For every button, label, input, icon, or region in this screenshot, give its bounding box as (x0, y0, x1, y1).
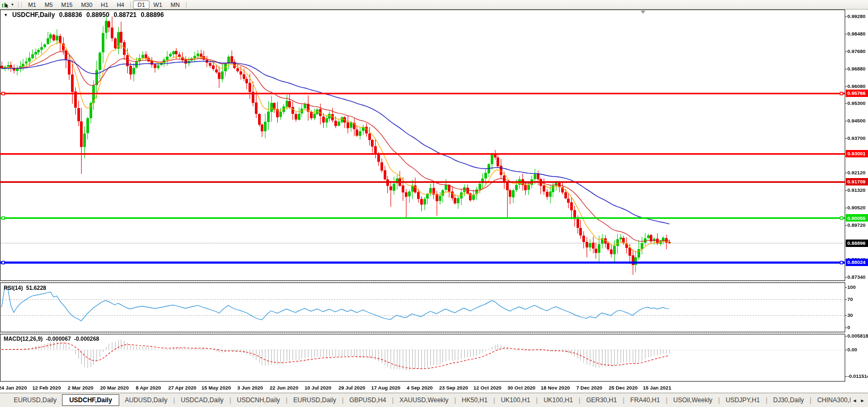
level-price-badge: 0.91709 (846, 178, 868, 185)
rsi-tick: 70 (847, 296, 853, 302)
macd-tick: 0.00 (847, 347, 857, 352)
chart-tab-usdchf-daily[interactable]: USDCHF,Daily (62, 394, 120, 406)
date-tick-label: 30 Oct 2020 (508, 385, 536, 391)
macd-tick: -0.011514 (847, 373, 868, 379)
price-tick: 0.97680 (847, 48, 865, 54)
date-tick-label: 24 Jan 2020 (0, 385, 27, 391)
level-price-badge: 0.95766 (846, 90, 868, 97)
chart-tab-eurusd-daily[interactable]: EURUSD,Daily (8, 395, 62, 405)
price-tick: 0.87340 (847, 274, 865, 280)
date-tick-label: 12 Feb 2020 (32, 385, 61, 391)
macd-value-signal: -0.000268 (74, 335, 99, 342)
chart-tab-hk50-h1[interactable]: HK50,H1 (456, 395, 493, 405)
rsi-name: RSI(14) (4, 285, 23, 291)
timeframe-button-m15[interactable]: M15 (57, 1, 77, 9)
chart-tab-ger30-h1[interactable]: GER30,H1 (581, 395, 622, 405)
chart-tabbar: EURUSD,DailyUSDCHF,DailyAUDUSD,Daily|USD… (0, 393, 868, 407)
chart-tab-uk100-h1[interactable]: UK100,H1 (538, 395, 578, 405)
chart-tab-usoil-weekly[interactable]: USOil,Weekly (668, 395, 718, 405)
toolbar-grip[interactable] (18, 2, 22, 7)
rsi-value: 51.6228 (26, 285, 46, 291)
chart-region: ▼ USDCHF,Daily 0.88836 0.88950 0.88721 0… (0, 9, 868, 393)
price-tick: 0.95300 (847, 100, 865, 106)
low-value: 0.88721 (113, 11, 136, 19)
tab-scroll-buttons: ◄ ► (851, 393, 866, 407)
high-value: 0.88950 (86, 11, 109, 19)
date-tick-label: 12 Oct 2020 (474, 385, 502, 391)
timeframe-button-d1[interactable]: D1 (133, 1, 149, 9)
chart-tab-uk100-h1[interactable]: UK100,H1 (495, 395, 535, 405)
date-tick-label: 10 Jul 2020 (305, 385, 332, 391)
rsi-tick: 100 (847, 284, 856, 290)
level-price-badge: 0.93001 (846, 150, 868, 157)
date-tick-label: 8 Apr 2020 (136, 385, 161, 391)
timeframe-button-w1[interactable]: W1 (149, 1, 167, 9)
price-tick: 0.99280 (847, 13, 865, 19)
date-tick-label: 15 Jan 2021 (643, 385, 671, 391)
chart-title: ▼ USDCHF,Daily 0.88836 0.88950 0.88721 0… (4, 11, 164, 19)
price-tick: 0.98480 (847, 31, 865, 37)
toolbar-separator (186, 2, 187, 8)
tab-scroll-right-icon[interactable]: ► (860, 398, 865, 403)
date-tick-label: 4 Sep 2020 (406, 385, 432, 391)
level-price-badge: 0.88024 (846, 259, 868, 266)
chart-tab-fra40-h1[interactable]: FRA40,H1 (625, 395, 665, 405)
date-tick-label: 18 Nov 2020 (541, 385, 570, 391)
price-tick: 0.93700 (847, 135, 865, 141)
rsi-indicator-label: RSI(14) 51.6228 (4, 285, 46, 291)
price-tick: 0.96880 (847, 66, 865, 72)
price-tick: 0.96080 (847, 83, 865, 89)
macd-tick: 0.005818 (847, 333, 868, 339)
macd-name: MACD(12,26,9) (4, 335, 43, 342)
date-tick-label: 20 Mar 2020 (100, 385, 129, 391)
price-tick: 0.89720 (847, 222, 865, 228)
symbol-dropdown-icon[interactable]: ▼ (4, 13, 8, 17)
macd-value-main: -0.000067 (46, 335, 71, 342)
top-toolbar: ▼ M1M5M15M30H1H4D1W1MN (0, 0, 868, 10)
price-tick: 0.90520 (847, 205, 865, 210)
timeframe-buttons: M1M5M15M30H1H4D1W1MN (24, 1, 189, 9)
macd-indicator-label: MACD(12,26,9) -0.000067 -0.000268 (4, 335, 99, 342)
date-tick-label: 29 Jul 2020 (339, 385, 366, 391)
date-tick-label: 27 Apr 2020 (169, 385, 197, 391)
symbol-period-label: USDCHF,Daily (12, 11, 55, 19)
toolbar-separator (130, 2, 131, 8)
date-tick-label: 3 Jun 2020 (237, 385, 263, 391)
timeframe-button-h4[interactable]: H4 (112, 1, 128, 9)
date-tick-label: 17 Aug 2020 (371, 385, 400, 391)
price-tick: 0.94500 (847, 118, 865, 123)
chart-tab-usdcnh-daily[interactable]: USDCNH,Daily (232, 395, 285, 405)
chevron-down-icon: ▼ (11, 3, 14, 6)
price-tick: 0.92120 (847, 170, 865, 175)
open-value: 0.88836 (59, 11, 82, 19)
chart-tab-xauusd-weekly[interactable]: XAUUSD,Weekly (394, 395, 454, 405)
chart-tab-usdcad-daily[interactable]: USDCAD,Daily (175, 395, 229, 405)
chart-cursor-icon (2, 2, 10, 8)
chart-tab-dj30-daily[interactable]: DJ30,Daily (768, 395, 809, 405)
date-tick-label: 25 Dec 2020 (609, 385, 637, 391)
price-tick: 0.91320 (847, 187, 865, 193)
price-chart-canvas[interactable] (0, 9, 868, 393)
rsi-tick: 0 (847, 324, 850, 330)
chart-tab-gbpusd-h4[interactable]: GBPUSD,H4 (344, 395, 391, 405)
tab-scroll-left-icon[interactable]: ◄ (852, 398, 857, 403)
timeframe-button-h1[interactable]: H1 (96, 1, 112, 9)
chart-tab-audusd-daily[interactable]: AUDUSD,Daily (119, 395, 173, 405)
date-tick-label: 2 Mar 2020 (68, 385, 94, 391)
current-price-badge: 0.88896 (846, 240, 868, 247)
crosshair-tool-button[interactable]: ▼ (0, 1, 16, 8)
level-price-badge: 0.90055 (846, 214, 868, 222)
timeframe-button-m30[interactable]: M30 (77, 1, 96, 9)
chart-tab-eurusd-daily[interactable]: EURUSD,Daily (288, 395, 341, 405)
date-tick-label: 23 Sep 2020 (439, 385, 468, 391)
timeframe-button-m1[interactable]: M1 (24, 1, 40, 9)
date-tick-label: 22 Jun 2020 (270, 385, 298, 391)
date-tick-label: 7 Dec 2020 (576, 385, 602, 391)
close-value: 0.88896 (141, 11, 164, 19)
rsi-tick: 30 (847, 312, 853, 318)
chart-tab-usdjpy-h1[interactable]: USDJPY,H1 (720, 395, 765, 405)
timeframe-button-m5[interactable]: M5 (40, 1, 57, 9)
date-tick-label: 15 May 2020 (201, 385, 231, 391)
timeframe-button-mn[interactable]: MN (166, 1, 184, 9)
